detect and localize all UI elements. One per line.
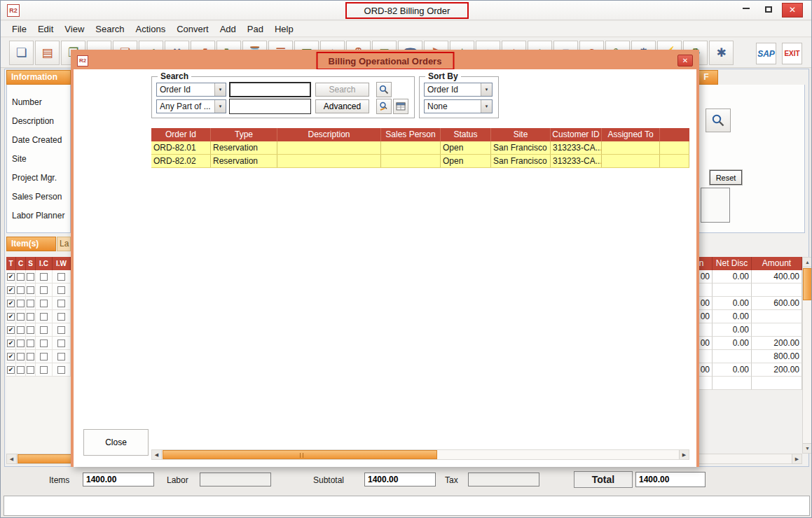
menu-view[interactable]: View [59,22,90,36]
checkbox[interactable] [40,353,48,360]
grid-row[interactable]: 00 0.00 [691,310,802,323]
app-logo-icon[interactable]: R2 [7,4,20,17]
checkbox[interactable] [57,340,65,347]
column-header-status[interactable]: Status [441,128,491,141]
sap-button[interactable]: SAP [756,43,776,64]
search-edit-icon[interactable] [376,99,392,114]
tab-items[interactable]: Item(s) [6,237,56,251]
exit-button[interactable]: EXIT [782,43,802,64]
checkbox[interactable]: ✔ [7,326,15,334]
scroll-up-icon[interactable]: ▲ [803,258,812,267]
checkbox[interactable] [27,326,34,334]
grid-row[interactable]: 800.00 [691,350,802,363]
tab-labor-fragment[interactable]: La [57,237,71,251]
minimize-button[interactable] [736,3,757,18]
search-button[interactable]: Search [315,83,369,97]
column-header-description[interactable]: Description [277,128,381,141]
search-text-input[interactable] [229,82,311,97]
notes-box[interactable] [701,188,730,223]
sort-secondary-combo[interactable]: None ▼ [424,99,493,113]
checkbox[interactable] [40,366,48,374]
scroll-left-icon[interactable]: ◀ [152,450,162,459]
column-header-type[interactable]: Type [211,128,277,141]
column-header-site[interactable]: Site [491,128,551,141]
checkbox[interactable] [17,340,25,347]
grid-row[interactable] [691,284,802,297]
labor-total-field[interactable] [200,472,271,486]
advanced-button[interactable]: Advanced [315,99,369,113]
grid-row[interactable]: 00 0.00 600.00 [691,297,802,310]
checkbox[interactable] [57,366,65,374]
spark-icon[interactable]: ✱ [709,41,734,65]
checkbox[interactable] [57,273,65,281]
match-type-combo[interactable]: Any Part of ... ▼ [156,99,226,113]
checkbox[interactable] [17,326,25,334]
checkbox[interactable] [57,353,65,360]
column-header-sales-person[interactable]: Sales Person [381,128,441,141]
menu-add[interactable]: Add [214,22,242,36]
saved-searches-icon[interactable] [393,99,408,114]
new-document-icon[interactable]: ❏ [9,41,34,65]
scroll-down-icon[interactable]: ▼ [803,443,812,453]
chevron-down-icon[interactable]: ▼ [481,100,492,113]
checkbox[interactable] [40,313,48,321]
search-icon[interactable] [706,108,731,132]
tax-field[interactable] [468,472,539,486]
dialog-close-button[interactable]: ✕ [677,55,693,66]
items-total-field[interactable] [83,472,154,486]
menu-convert[interactable]: Convert [171,22,214,36]
column-header-order-id[interactable]: Order Id [151,128,211,141]
grid-row[interactable] [691,377,802,390]
menu-help[interactable]: Help [269,22,299,36]
checkbox[interactable] [40,326,48,334]
checkbox[interactable] [57,300,65,307]
vertical-scroll-thumb[interactable] [803,268,812,300]
checkbox[interactable] [57,313,65,321]
scroll-right-icon[interactable]: ▶ [679,450,689,459]
grid-row[interactable]: 00 0.00 200.00 [691,337,802,350]
table-row[interactable]: ORD-82.02 Reservation Open San Francisco… [151,155,689,168]
grid-row[interactable]: 00 0.00 400.00 [691,270,802,284]
checkbox[interactable] [40,340,48,347]
menu-search[interactable]: Search [90,22,130,36]
checkbox[interactable] [17,313,25,321]
total-field[interactable] [635,472,706,487]
checkbox[interactable] [40,300,48,307]
table-row[interactable]: ORD-82.01 Reservation Open San Francisco… [151,141,689,155]
tab-information[interactable]: Information [6,70,71,85]
column-header-assigned-to[interactable]: Assigned To [602,128,660,141]
menu-pad[interactable]: Pad [242,22,269,36]
checkbox[interactable]: ✔ [7,273,15,281]
chevron-down-icon[interactable]: ▼ [214,83,226,96]
search-field-combo[interactable]: Order Id ▼ [156,83,226,97]
checkbox[interactable] [17,366,25,374]
checkbox[interactable] [27,273,34,281]
checkbox[interactable] [40,286,48,294]
chevron-down-icon[interactable]: ▼ [481,83,492,96]
dialog-scroll-thumb[interactable] [163,450,437,459]
close-window-button[interactable]: ✕ [782,3,803,18]
sort-primary-combo[interactable]: Order Id ▼ [424,83,493,97]
checkbox[interactable]: ✔ [7,313,15,321]
checkbox[interactable] [27,313,34,321]
menu-file[interactable]: File [6,22,32,36]
print-icon[interactable]: ▤ [35,41,60,65]
subtotal-field[interactable] [364,472,436,486]
column-header-customer-id[interactable]: Customer ID [551,128,602,141]
checkbox[interactable] [27,286,34,294]
checkbox[interactable] [17,300,25,307]
checkbox[interactable]: ✔ [7,300,15,307]
checkbox[interactable]: ✔ [7,366,15,374]
menu-actions[interactable]: Actions [130,22,172,36]
close-dialog-button[interactable]: Close [83,429,149,456]
checkbox[interactable] [27,300,34,307]
grid-row[interactable]: 0.00 [691,323,802,337]
reset-button[interactable]: Reset [710,170,742,185]
maximize-button[interactable] [758,3,779,18]
scroll-right-icon[interactable]: ▶ [792,454,801,463]
checkbox[interactable] [17,273,25,281]
checkbox[interactable]: ✔ [7,353,15,360]
checkbox[interactable] [27,353,34,360]
checkbox[interactable] [57,326,65,334]
scroll-left-icon[interactable]: ◀ [7,454,17,463]
